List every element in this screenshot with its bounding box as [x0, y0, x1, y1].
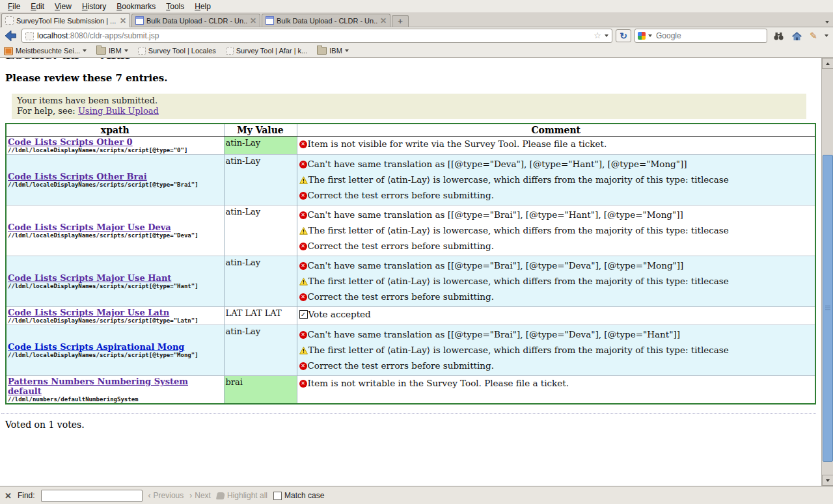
- menu-item-bookmarks[interactable]: Bookmarks: [111, 1, 161, 12]
- toolbar-overflow-chevron-icon[interactable]: [825, 34, 828, 37]
- bookmark-item[interactable]: Survey Tool | Afar | k...: [226, 47, 307, 55]
- menu-item-edit[interactable]: Edit: [25, 1, 49, 12]
- comment-line: ✕Correct the test errors before submitti…: [299, 291, 815, 303]
- back-button[interactable]: [3, 29, 18, 43]
- comment-line: ✕Correct the test errors before submitti…: [299, 240, 815, 252]
- xpath-link[interactable]: Code Lists Scripts Major Use Hant: [8, 273, 223, 283]
- comment-line: ✕Item is not writable in the Survey Tool…: [299, 377, 815, 390]
- home-icon[interactable]: [791, 31, 802, 41]
- table-row: Code Lists Scripts Major Use Hant//ldml/…: [6, 256, 815, 307]
- error-icon: ✕: [299, 161, 307, 168]
- dashed-icon: [226, 47, 234, 55]
- search-engine-chevron-icon[interactable]: [648, 34, 652, 37]
- highlight-all-button[interactable]: Highlight all: [217, 491, 267, 500]
- column-header: My Value: [224, 124, 297, 137]
- find-input[interactable]: [41, 490, 143, 502]
- comment-line: ✕Item is not visible for write via the S…: [299, 138, 815, 150]
- xpath-link[interactable]: Code Lists Scripts Other Brai: [8, 172, 223, 181]
- menu-item-view[interactable]: View: [49, 1, 77, 12]
- xpath-link[interactable]: Code Lists Scripts Major Use Latn: [8, 308, 223, 317]
- xpath-link[interactable]: Code Lists Scripts Major Use Deva: [8, 222, 223, 232]
- find-bar: ✕ Find: ‹Previous ›Next Highlight all Ma…: [0, 486, 833, 504]
- page-content: Locale: aa — Afar Please review these 7 …: [0, 58, 833, 486]
- value-cell: LAT LAT LAT: [224, 307, 297, 325]
- new-tab-button[interactable]: +: [392, 15, 409, 27]
- folder-icon: [96, 47, 106, 55]
- xpath-link[interactable]: Patterns Numbers Numbering System defaul…: [8, 377, 223, 396]
- comment-text: The first letter of ⟨atin-Lay⟩ is lowerc…: [308, 224, 729, 237]
- quill-icon[interactable]: ✎: [810, 32, 817, 40]
- menu-item-file[interactable]: File: [3, 1, 25, 12]
- url-dropdown-chevron-icon[interactable]: [605, 34, 608, 37]
- using-bulk-upload-link[interactable]: Using Bulk Upload: [78, 106, 159, 116]
- table-row: Code Lists Scripts Major Use Latn//ldml/…: [6, 307, 815, 325]
- find-label: Find:: [18, 491, 35, 500]
- comment-line: ✕Correct the test errors before submitti…: [299, 360, 815, 372]
- tab[interactable]: SurveyTool File Submission | ...✕: [1, 13, 130, 27]
- value-cell: brai: [224, 376, 297, 405]
- comment-text: Item is not writable in the Survey Tool.…: [308, 377, 569, 390]
- xpath-link[interactable]: Code Lists Scripts Other 0: [8, 137, 223, 147]
- comment-cell: ✓Vote accepted: [297, 307, 815, 325]
- find-previous-button[interactable]: ‹Previous: [148, 491, 184, 500]
- bookmark-star-icon[interactable]: ☆: [594, 32, 601, 40]
- error-icon: ✕: [299, 362, 307, 370]
- menu-item-help[interactable]: Help: [189, 1, 216, 12]
- scroll-down-button[interactable]: [822, 475, 833, 486]
- list-all-tabs-chevron-icon[interactable]: [825, 21, 829, 23]
- tab[interactable]: Bulk Data Upload - CLDR - Un...✕: [262, 14, 390, 27]
- error-icon: ✕: [299, 140, 307, 148]
- tab-close-icon[interactable]: ✕: [380, 18, 387, 24]
- tab[interactable]: Bulk Data Upload - CLDR - Un...✕: [131, 14, 260, 27]
- placeholder-favicon-icon: [5, 16, 14, 25]
- chevron-down-icon: [83, 49, 87, 52]
- url-text[interactable]: localhost:8080/cldr-apps/submit.jsp: [37, 31, 590, 40]
- comment-text: The first letter of ⟨atin-Lay⟩ is lowerc…: [308, 344, 729, 356]
- table-row: Code Lists Scripts Major Use Deva//ldml/…: [6, 206, 815, 256]
- down-arrow-icon: [826, 479, 830, 482]
- mostvisited-icon: [4, 47, 13, 55]
- reload-button[interactable]: ↻: [616, 29, 631, 42]
- check-icon: ✓: [299, 310, 308, 319]
- comment-text: Correct the test errors before submittin…: [308, 189, 494, 202]
- find-close-icon[interactable]: ✕: [5, 491, 12, 501]
- dotted-separator: [1, 413, 816, 414]
- column-header: xpath: [6, 124, 224, 137]
- xpath-cell: Code Lists Scripts Aspirational Mong//ld…: [6, 325, 224, 376]
- review-heading: Please review these 7 entries.: [5, 72, 822, 84]
- find-next-button[interactable]: ›Next: [189, 491, 211, 500]
- bookmark-item[interactable]: Survey Tool | Locales: [138, 47, 216, 55]
- search-bar[interactable]: [635, 29, 767, 43]
- notice-line1: Your items have been submitted.: [17, 96, 801, 106]
- tab-close-icon[interactable]: ✕: [120, 18, 126, 24]
- notice-line2: For help, see: Using Bulk Upload: [17, 106, 801, 116]
- bookmark-item[interactable]: IBM: [96, 47, 128, 55]
- url-path: :8080/cldr-apps/submit.jsp: [68, 31, 159, 40]
- comment-cell: ✕Can't have same translation as [[@type=…: [297, 256, 815, 307]
- xpath-code: //ldml/localeDisplayNames/scripts/script…: [8, 181, 223, 188]
- menu-item-history[interactable]: History: [77, 1, 111, 12]
- xpath-cell: Code Lists Scripts Major Use Hant//ldml/…: [6, 256, 224, 307]
- scroll-up-button[interactable]: [822, 58, 833, 69]
- bookmark-label: Meistbesuchte Sei...: [16, 47, 80, 55]
- bookmark-label: Survey Tool | Afar | k...: [236, 47, 307, 55]
- xpath-link[interactable]: Code Lists Scripts Aspirational Mong: [8, 342, 223, 352]
- binoculars-icon[interactable]: [773, 32, 784, 40]
- comment-line: The first letter of ⟨atin-Lay⟩ is lowerc…: [299, 224, 815, 237]
- url-bar[interactable]: localhost:8080/cldr-apps/submit.jsp ☆: [21, 29, 612, 43]
- voted-text: Voted on 1 votes.: [5, 419, 822, 430]
- comment-text: The first letter of ⟨atin-Lay⟩ is lowerc…: [308, 275, 729, 287]
- xpath-cell: Patterns Numbers Numbering System defaul…: [6, 376, 224, 405]
- scrollbar-thumb[interactable]: [823, 155, 833, 462]
- search-input[interactable]: [655, 31, 764, 41]
- match-case-checkbox[interactable]: [273, 492, 282, 500]
- tab-close-icon[interactable]: ✕: [250, 18, 256, 24]
- match-case-option[interactable]: Match case: [273, 491, 324, 500]
- bookmark-item[interactable]: IBM: [317, 47, 349, 55]
- comment-cell: ✕Item is not writable in the Survey Tool…: [297, 376, 815, 405]
- bookmark-item[interactable]: Meistbesuchte Sei...: [4, 47, 87, 55]
- menu-item-tools[interactable]: Tools: [161, 1, 189, 12]
- tab-title: Bulk Data Upload - CLDR - Un...: [146, 17, 247, 25]
- document-favicon-icon: [135, 16, 144, 25]
- vertical-scrollbar[interactable]: [821, 58, 833, 486]
